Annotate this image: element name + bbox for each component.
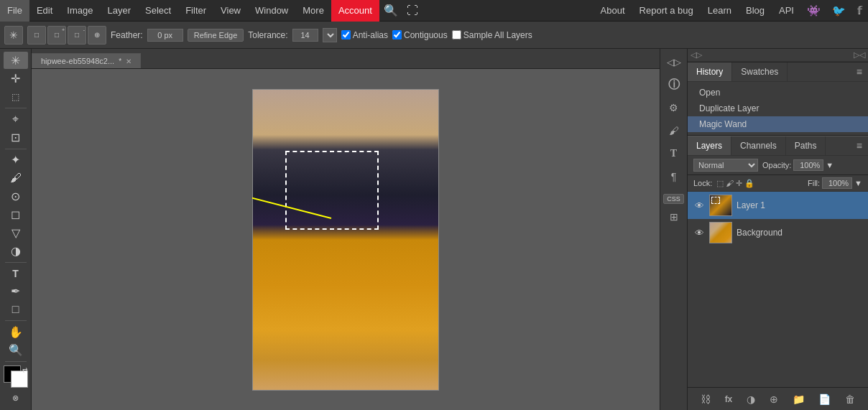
layer-mask-icon[interactable]: ◑ — [747, 393, 755, 405]
pen-tool[interactable]: ✒ — [4, 283, 28, 300]
quick-mask-tool[interactable]: ⊗ — [4, 390, 28, 407]
paragraph-icon[interactable]: ¶ — [663, 167, 685, 187]
refine-edge-button[interactable]: Refine Edge — [188, 29, 244, 42]
opacity-dropdown-icon[interactable]: ▼ — [826, 161, 834, 169]
magic-wand-tool-opt[interactable]: ✳ — [4, 26, 23, 45]
new-selection-btn[interactable]: □ — [27, 26, 46, 45]
adjustment-layer-icon[interactable]: ⊕ — [770, 393, 778, 405]
menu-window[interactable]: Window — [248, 0, 295, 22]
css-badge[interactable]: CSS — [663, 194, 684, 204]
menu-blog[interactable]: Blog — [739, 0, 772, 22]
menu-report-bug[interactable]: Report a bug — [632, 0, 701, 22]
info-icon[interactable]: ⓘ — [663, 75, 685, 95]
history-tab[interactable]: History — [688, 62, 732, 81]
menu-account[interactable]: Account — [331, 0, 379, 22]
add-selection-btn[interactable]: □+ — [47, 26, 66, 45]
menu-api[interactable]: API — [772, 0, 801, 22]
lock-all-icon[interactable]: 🔒 — [744, 179, 754, 188]
switch-colors-icon[interactable]: ⇄ — [22, 366, 28, 373]
tolerance-dropdown[interactable] — [323, 28, 337, 42]
layer-item-background[interactable]: 👁 Background — [688, 219, 868, 246]
anti-alias-checkbox-label[interactable]: Anti-alias — [341, 30, 388, 40]
canvas[interactable] — [252, 89, 439, 391]
shape-tool[interactable]: □ — [4, 301, 28, 318]
sample-all-label: Sample All Layers — [463, 30, 532, 40]
menu-filter[interactable]: Filter — [178, 0, 213, 22]
search-icon[interactable]: 🔍 — [379, 4, 402, 17]
clone-tool[interactable]: ⊙ — [4, 187, 28, 205]
history-item-duplicate-layer[interactable]: Duplicate Layer — [688, 101, 868, 116]
heal-tool[interactable]: ✦ — [4, 151, 28, 168]
new-group-icon[interactable]: 📁 — [793, 393, 805, 405]
menu-edit[interactable]: Edit — [29, 0, 60, 22]
contiguous-checkbox[interactable] — [392, 30, 402, 39]
sample-all-checkbox-label[interactable]: Sample All Layers — [452, 30, 532, 40]
menu-file[interactable]: File — [0, 0, 29, 22]
menu-view[interactable]: View — [213, 0, 248, 22]
paint-bucket-tool[interactable]: ▽ — [4, 224, 28, 241]
adjustments-icon[interactable]: ⚙ — [663, 98, 685, 118]
eraser-tool[interactable]: ◻ — [4, 206, 28, 223]
layers-icon[interactable]: ⊞ — [663, 207, 685, 227]
layers-menu-button[interactable]: ≡ — [851, 137, 868, 154]
new-layer-icon[interactable]: 📄 — [818, 393, 831, 405]
facebook-icon[interactable]: 𝕗 — [851, 0, 868, 22]
history-menu-button[interactable]: ≡ — [851, 63, 868, 80]
opacity-input[interactable] — [793, 159, 823, 171]
lock-position-icon[interactable]: ✛ — [736, 179, 742, 188]
feather-input[interactable] — [147, 29, 183, 42]
layers-tab[interactable]: Layers — [688, 136, 731, 155]
delete-layer-icon[interactable]: 🗑 — [845, 393, 855, 405]
layer-item-layer1[interactable]: 👁 Layer 1 — [688, 192, 868, 219]
lock-transparent-icon[interactable]: ⬚ — [716, 179, 724, 188]
crop-tool[interactable]: ⊡ — [4, 129, 28, 146]
blend-mode-select[interactable]: Normal — [693, 159, 758, 172]
anti-alias-checkbox[interactable] — [341, 30, 351, 39]
menu-more[interactable]: More — [295, 0, 331, 22]
text-tool[interactable]: T — [4, 264, 28, 281]
menu-layer[interactable]: Layer — [101, 0, 139, 22]
canvas-wrapper[interactable] — [32, 69, 660, 410]
history-item-open[interactable]: Open — [688, 85, 868, 101]
text-panel-icon[interactable]: T — [663, 144, 685, 164]
menu-select[interactable]: Select — [138, 0, 178, 22]
subtract-selection-btn[interactable]: □- — [68, 26, 86, 45]
layer-visibility-background[interactable]: 👁 — [693, 227, 705, 238]
history-item-magic-wand[interactable]: Magic Wand — [688, 116, 868, 132]
menu-learn[interactable]: Learn — [701, 0, 739, 22]
paths-tab[interactable]: Paths — [786, 136, 826, 155]
fill-input[interactable] — [822, 177, 852, 189]
channels-tab[interactable]: Channels — [731, 136, 786, 155]
background-name: Background — [737, 228, 782, 238]
brush-tool[interactable]: 🖌 — [4, 169, 28, 187]
marquee-tool[interactable]: ⬚ — [4, 88, 28, 106]
zoom-tool[interactable]: 🔍 — [4, 342, 28, 359]
color-swatches: ⇄ — [2, 365, 29, 388]
tolerance-input[interactable] — [292, 29, 318, 42]
lasso-tool[interactable]: ⌖ — [4, 111, 28, 128]
dodge-tool[interactable]: ◑ — [4, 242, 28, 259]
move-tool[interactable]: ✛ — [4, 70, 28, 87]
brush-settings-icon[interactable]: 🖌 — [663, 121, 685, 141]
history-collapse-icon[interactable]: ◁▷ — [691, 50, 702, 60]
history-expand-icon[interactable]: ▷◁ — [854, 50, 865, 60]
layer-style-icon[interactable]: fx — [725, 394, 733, 404]
document-tab[interactable]: hipwee-eb55948c2... * ✕ — [32, 53, 141, 68]
swatches-tab[interactable]: Swatches — [732, 62, 788, 81]
layer-visibility-layer1[interactable]: 👁 — [693, 200, 705, 211]
fullscreen-icon[interactable]: ⛶ — [402, 4, 423, 17]
collapse-panel-icon[interactable]: ◁▷ — [663, 52, 685, 72]
link-layers-icon[interactable]: ⛓ — [701, 393, 711, 405]
lock-image-icon[interactable]: 🖌 — [726, 179, 734, 188]
twitter-icon[interactable]: 🐦 — [826, 0, 851, 22]
magic-wand-tool[interactable]: ✳ — [4, 52, 28, 69]
tab-close-button[interactable]: ✕ — [126, 57, 131, 65]
sample-all-checkbox[interactable] — [452, 30, 461, 39]
hand-tool[interactable]: ✋ — [4, 323, 28, 340]
menu-about[interactable]: About — [594, 0, 632, 22]
reddit-icon[interactable]: 👾 — [801, 0, 826, 22]
contiguous-checkbox-label[interactable]: Contiguous — [392, 30, 448, 40]
intersect-selection-btn[interactable]: ⊕ — [88, 26, 106, 45]
fill-dropdown-icon[interactable]: ▼ — [854, 179, 862, 187]
menu-image[interactable]: Image — [60, 0, 100, 22]
